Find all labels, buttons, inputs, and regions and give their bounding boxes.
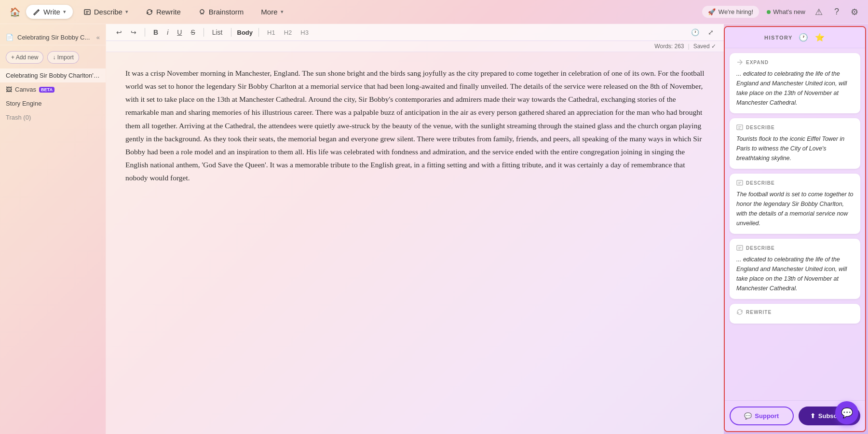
expand-type-label: EXPAND (746, 60, 769, 65)
svg-rect-2 (737, 125, 743, 130)
h1-button[interactable]: H1 (265, 28, 278, 37)
document-icon: 📄 (6, 34, 14, 41)
green-dot-icon (767, 10, 771, 14)
history-clock-button[interactable]: 🕐 (689, 27, 702, 38)
more-nav-button[interactable]: More ▾ (254, 5, 290, 19)
hiring-button[interactable]: 🚀 We're hiring! (702, 6, 759, 18)
history-card-type-describe-1: DESCRIBE (736, 124, 854, 131)
support-label: Support (755, 412, 779, 420)
history-clock-icon-button[interactable]: 🕐 (798, 32, 809, 43)
beta-badge: BETA (39, 87, 54, 93)
describe-type-icon-3 (736, 244, 743, 251)
expand-type-icon (736, 59, 743, 66)
describe-type-icon-2 (736, 179, 743, 186)
history-card-type-describe-3: DESCRIBE (736, 244, 854, 251)
write-chevron: ▾ (63, 9, 66, 15)
list-button[interactable]: List (210, 27, 225, 38)
editor-content[interactable]: It was a crisp November morning in Manch… (106, 52, 724, 434)
undo-button[interactable]: ↩ (114, 27, 124, 38)
editor-area: ↩ ↪ B i U S List Body H1 H2 H3 🕐 ⤢ Words… (106, 24, 724, 434)
underline-button[interactable]: U (175, 27, 184, 38)
alert-button[interactable]: ⚠ (813, 5, 825, 19)
history-card-rewrite[interactable]: REWRITE (730, 304, 860, 324)
history-card-type-rewrite: REWRITE (736, 309, 854, 315)
rewrite-label: Rewrite (156, 8, 181, 16)
history-star-button[interactable]: ⭐ (814, 32, 826, 43)
home-button[interactable]: 🏠 (8, 5, 22, 19)
subscribe-icon: ⬆ (810, 412, 815, 420)
history-header: HISTORY 🕐 ⭐ (725, 27, 865, 48)
write-nav-button[interactable]: Write ▾ (26, 5, 73, 19)
doc-title: Celebrating Sir Bobby C... (17, 34, 90, 41)
trash-label: Trash (0) (6, 114, 31, 121)
sidebar: 📄 Celebrating Sir Bobby C... « + Add new… (0, 24, 106, 434)
history-card-type-expand: EXPAND (736, 59, 854, 66)
story-engine-label: Story Engine (6, 100, 41, 107)
nav-right-section: 🚀 We're hiring! What's new ⚠ ? ⚙ (702, 5, 860, 19)
canvas-icon: 🖼 (6, 86, 12, 93)
more-chevron: ▾ (281, 9, 284, 15)
rewrite-nav-button[interactable]: Rewrite (139, 5, 188, 19)
sidebar-canvas-item[interactable]: 🖼 Canvas BETA (0, 82, 106, 96)
history-items: EXPAND ... edicated to celebrating the l… (725, 48, 865, 400)
import-label: ↓ Import (53, 54, 73, 61)
describe-card-text-1: Tourists flock to the iconic Eiffel Towe… (736, 134, 854, 163)
toolbar-divider-1 (145, 28, 145, 37)
toolbar-divider-4 (258, 28, 259, 37)
add-new-button[interactable]: + Add new (6, 51, 43, 64)
sidebar-trash[interactable]: Trash (0) (0, 110, 106, 124)
history-panel: HISTORY 🕐 ⭐ EXPAND ... edicated to celeb… (724, 26, 866, 432)
sidebar-story-engine[interactable]: Story Engine (0, 96, 106, 110)
svg-rect-3 (737, 180, 743, 185)
history-title: HISTORY (764, 35, 793, 41)
rewrite-type-label: REWRITE (746, 310, 772, 315)
chat-bubble-button[interactable]: 💬 (835, 401, 858, 424)
file-item-label: Celebrating Sir Bobby Charlton's L... (6, 72, 106, 79)
import-button[interactable]: ↓ Import (47, 51, 79, 64)
describe-label: Describe (94, 8, 122, 16)
editor-toolbar: ↩ ↪ B i U S List Body H1 H2 H3 🕐 ⤢ (106, 24, 724, 41)
words-count: Words: 263 (654, 43, 684, 50)
history-card-type-describe-2: DESCRIBE (736, 179, 854, 186)
history-card-describe-1[interactable]: DESCRIBE Tourists flock to the iconic Ei… (730, 118, 860, 169)
main-text: It was a crisp November morning in Manch… (125, 67, 705, 184)
saved-status: Saved ✓ (693, 43, 716, 50)
sidebar-file-item[interactable]: Celebrating Sir Bobby Charlton's L... (0, 68, 106, 82)
strikethrough-button[interactable]: S (188, 27, 197, 38)
redo-button[interactable]: ↪ (128, 27, 139, 38)
support-button[interactable]: 💬 Support (730, 407, 794, 425)
toolbar-divider-2 (203, 28, 204, 37)
history-card-describe-2[interactable]: DESCRIBE The football world is set to co… (730, 174, 860, 234)
sidebar-doc-item[interactable]: 📄 Celebrating Sir Bobby C... « (0, 30, 106, 45)
expand-button[interactable]: ⤢ (705, 27, 716, 38)
write-label: Write (43, 8, 60, 16)
svg-point-1 (200, 10, 204, 14)
main-layout: 📄 Celebrating Sir Bobby C... « + Add new… (0, 24, 868, 434)
toolbar-divider-3 (231, 28, 231, 37)
bold-button[interactable]: B (151, 27, 161, 38)
brainstorm-label: Brainstorm (209, 8, 244, 16)
history-card-expand[interactable]: EXPAND ... edicated to celebrating the l… (730, 53, 860, 113)
h2-button[interactable]: H2 (282, 28, 295, 37)
svg-rect-0 (84, 10, 90, 14)
describe-type-icon-1 (736, 124, 743, 131)
describe-card-text-2: The football world is set to come togeth… (736, 190, 854, 228)
whats-new-button[interactable]: What's new (767, 8, 805, 15)
describe-nav-button[interactable]: Describe ▾ (77, 5, 135, 19)
sidebar-actions: + Add new ↓ Import (0, 49, 106, 68)
svg-rect-4 (737, 245, 743, 250)
settings-button[interactable]: ⚙ (849, 5, 860, 19)
divider: | (688, 43, 690, 50)
format-select[interactable]: Body (237, 29, 253, 36)
expand-card-text: ... edicated to celebrating the life of … (736, 69, 854, 108)
help-button[interactable]: ? (832, 5, 841, 19)
history-card-describe-3[interactable]: DESCRIBE ... edicated to celebrating the… (730, 239, 860, 299)
toolbar-right: 🕐 ⤢ (689, 27, 716, 38)
h3-button[interactable]: H3 (298, 28, 311, 37)
describe-chevron: ▾ (125, 9, 128, 15)
brainstorm-nav-button[interactable]: Brainstorm (191, 5, 251, 19)
top-navigation: 🏠 Write ▾ Describe ▾ Rewrite Brainstorm … (0, 0, 868, 24)
italic-button[interactable]: i (164, 27, 171, 38)
describe-type-label-1: DESCRIBE (746, 125, 775, 130)
describe-type-label-3: DESCRIBE (746, 245, 775, 251)
